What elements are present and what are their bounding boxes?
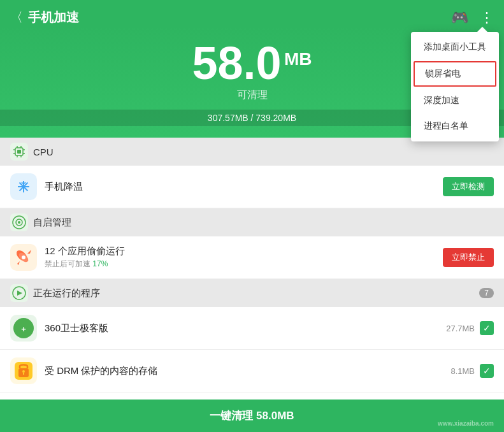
drm-item: 受 DRM 保护的内容的存储 8.1MB ✓ [0,350,504,392]
header-icons: 🎮 ⋮ [451,10,494,26]
running-section-header: 正在运行的程序 7 [0,279,504,307]
drm-title: 受 DRM 保护的内容的存储 [45,365,443,377]
content-area: CPU 手机降温 立即检测 [0,138,504,417]
dropdown-whitelist[interactable]: 进程白名单 [411,113,499,139]
temp-right: 立即检测 [443,177,494,196]
temp-title: 手机降温 [45,181,435,193]
svg-point-30 [22,370,25,373]
svg-point-22 [22,256,25,259]
apps-right: 立即禁止 [443,248,494,267]
dropdown-deep-boost[interactable]: 深度加速 [411,88,499,113]
temp-detect-button[interactable]: 立即检测 [443,177,494,196]
hero-unit: MB [284,49,312,69]
dropdown-add-widget[interactable]: 添加桌面小工具 [411,34,499,60]
running-badge: 7 [479,288,494,298]
dropdown-menu: 添加桌面小工具 锁屏省电 深度加速 进程白名单 [411,32,499,141]
clean-button[interactable]: 一键清理 58.0MB www.xiazaiba.com [0,400,504,432]
app-360-text: 360卫士极客版 [45,322,438,335]
svg-text:+: + [21,324,26,334]
game-icon[interactable]: 🎮 [451,10,468,26]
app-header: 〈 手机加速 🎮 ⋮ [0,0,504,26]
app-360-item: + 360卫士极客版 27.7MB ✓ [0,307,504,350]
temp-icon [10,173,37,200]
drm-icon [10,357,37,384]
apps-stop-button[interactable]: 立即禁止 [443,248,494,267]
svg-marker-24 [27,250,31,254]
apps-item: 12 个应用偷偷运行 禁止后可加速 17% 立即禁止 [0,236,504,279]
more-icon[interactable]: ⋮ [480,10,494,26]
back-button[interactable]: 〈 [10,9,23,26]
temp-text: 手机降温 [45,181,435,193]
running-icon [10,284,28,302]
drm-text: 受 DRM 保护的内容的存储 [45,365,443,377]
apps-subtitle: 禁止后可加速 17% [45,259,435,270]
clean-label: 一键清理 58.0MB [210,410,294,422]
temp-item: 手机降温 立即检测 [0,166,504,208]
rocket-icon [10,244,37,271]
svg-rect-1 [17,150,21,154]
apps-text: 12 个应用偷偷运行 禁止后可加速 17% [45,245,435,270]
drm-right: 8.1MB ✓ [450,364,494,378]
running-label: 正在运行的程序 [33,287,100,299]
watermark: www.xiazaiba.com [438,420,494,427]
app-360-icon: + [10,315,37,342]
autostart-label: 自启管理 [33,217,71,229]
svg-marker-23 [17,261,20,265]
drm-size: 8.1MB [450,366,475,376]
autostart-icon [10,213,28,231]
hero-number: 58.0 [192,38,281,89]
cpu-icon [10,143,28,161]
app-360-checkbox[interactable]: ✓ [480,321,494,335]
apps-title: 12 个应用偷偷运行 [45,245,435,257]
dropdown-lock-screen[interactable]: 锁屏省电 [414,61,496,87]
cpu-label: CPU [33,147,54,157]
app-360-right: 27.7MB ✓ [446,321,494,335]
app-360-title: 360卫士极客版 [45,322,438,335]
drm-checkbox[interactable]: ✓ [480,364,494,378]
svg-point-19 [18,221,20,224]
app-360-size: 27.7MB [446,324,475,333]
page-title: 手机加速 [28,9,451,26]
autostart-section-header: 自启管理 [0,208,504,236]
cpu-section-header: CPU [0,138,504,166]
